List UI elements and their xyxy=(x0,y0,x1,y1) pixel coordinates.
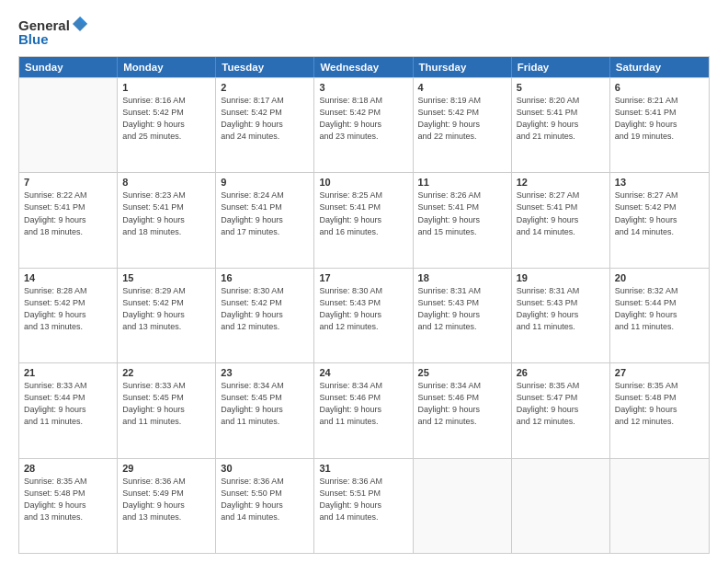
empty-cell xyxy=(512,459,610,553)
day-number: 31 xyxy=(319,463,407,474)
day-info: Sunrise: 8:31 AM Sunset: 5:43 PM Dayligh… xyxy=(517,285,605,333)
day-number: 16 xyxy=(221,272,309,283)
day-info: Sunrise: 8:36 AM Sunset: 5:49 PM Dayligh… xyxy=(122,476,210,523)
day-cell-28: 28Sunrise: 8:35 AM Sunset: 5:48 PM Dayli… xyxy=(19,459,118,553)
day-number: 3 xyxy=(319,82,407,93)
day-number: 30 xyxy=(221,463,309,474)
day-number: 27 xyxy=(615,367,704,378)
day-number: 14 xyxy=(24,272,112,283)
day-info: Sunrise: 8:31 AM Sunset: 5:43 PM Dayligh… xyxy=(418,285,506,333)
day-cell-24: 24Sunrise: 8:34 AM Sunset: 5:46 PM Dayli… xyxy=(314,363,413,457)
day-number: 2 xyxy=(221,82,309,93)
day-cell-30: 30Sunrise: 8:36 AM Sunset: 5:50 PM Dayli… xyxy=(216,459,314,553)
logo-icon xyxy=(71,15,89,33)
day-number: 15 xyxy=(122,272,210,283)
day-number: 6 xyxy=(615,82,704,93)
day-cell-6: 6Sunrise: 8:21 AM Sunset: 5:41 PM Daylig… xyxy=(610,78,709,172)
day-number: 23 xyxy=(221,367,309,378)
day-cell-21: 21Sunrise: 8:33 AM Sunset: 5:44 PM Dayli… xyxy=(19,363,118,457)
day-info: Sunrise: 8:36 AM Sunset: 5:50 PM Dayligh… xyxy=(221,476,309,523)
day-number: 7 xyxy=(24,177,112,188)
calendar: SundayMondayTuesdayWednesdayThursdayFrid… xyxy=(18,56,710,554)
day-cell-19: 19Sunrise: 8:31 AM Sunset: 5:43 PM Dayli… xyxy=(512,269,610,362)
day-number: 13 xyxy=(615,177,704,188)
day-info: Sunrise: 8:17 AM Sunset: 5:42 PM Dayligh… xyxy=(221,95,309,143)
day-info: Sunrise: 8:34 AM Sunset: 5:46 PM Dayligh… xyxy=(319,380,407,428)
week-row-2: 7Sunrise: 8:22 AM Sunset: 5:41 PM Daylig… xyxy=(19,172,709,267)
day-number: 26 xyxy=(517,367,605,378)
day-info: Sunrise: 8:30 AM Sunset: 5:43 PM Dayligh… xyxy=(319,285,407,333)
day-info: Sunrise: 8:16 AM Sunset: 5:42 PM Dayligh… xyxy=(122,95,210,143)
day-number: 17 xyxy=(319,272,407,283)
logo-blue-text: Blue xyxy=(18,31,89,47)
header: General Blue xyxy=(18,17,710,47)
day-cell-10: 10Sunrise: 8:25 AM Sunset: 5:41 PM Dayli… xyxy=(314,173,413,267)
day-cell-12: 12Sunrise: 8:27 AM Sunset: 5:41 PM Dayli… xyxy=(512,173,610,267)
day-number: 10 xyxy=(319,177,407,188)
day-info: Sunrise: 8:28 AM Sunset: 5:42 PM Dayligh… xyxy=(24,285,112,333)
day-info: Sunrise: 8:29 AM Sunset: 5:42 PM Dayligh… xyxy=(122,285,210,333)
header-cell-wednesday: Wednesday xyxy=(314,57,413,77)
day-cell-26: 26Sunrise: 8:35 AM Sunset: 5:47 PM Dayli… xyxy=(512,363,610,457)
day-info: Sunrise: 8:20 AM Sunset: 5:41 PM Dayligh… xyxy=(517,95,605,143)
day-number: 11 xyxy=(418,177,506,188)
day-info: Sunrise: 8:32 AM Sunset: 5:44 PM Dayligh… xyxy=(615,285,704,333)
header-cell-friday: Friday xyxy=(512,57,610,77)
day-cell-2: 2Sunrise: 8:17 AM Sunset: 5:42 PM Daylig… xyxy=(216,78,314,172)
day-cell-29: 29Sunrise: 8:36 AM Sunset: 5:49 PM Dayli… xyxy=(118,459,216,553)
day-cell-8: 8Sunrise: 8:23 AM Sunset: 5:41 PM Daylig… xyxy=(118,173,216,267)
day-cell-31: 31Sunrise: 8:36 AM Sunset: 5:51 PM Dayli… xyxy=(314,459,413,553)
day-number: 12 xyxy=(517,177,605,188)
day-info: Sunrise: 8:24 AM Sunset: 5:41 PM Dayligh… xyxy=(221,190,309,237)
day-cell-23: 23Sunrise: 8:34 AM Sunset: 5:45 PM Dayli… xyxy=(216,363,314,457)
day-info: Sunrise: 8:30 AM Sunset: 5:42 PM Dayligh… xyxy=(221,285,309,333)
day-cell-13: 13Sunrise: 8:27 AM Sunset: 5:42 PM Dayli… xyxy=(610,173,709,267)
week-row-1: 1Sunrise: 8:16 AM Sunset: 5:42 PM Daylig… xyxy=(19,77,709,172)
day-cell-25: 25Sunrise: 8:34 AM Sunset: 5:46 PM Dayli… xyxy=(414,363,512,457)
day-number: 25 xyxy=(418,367,506,378)
day-number: 8 xyxy=(122,177,210,188)
day-number: 21 xyxy=(24,367,112,378)
day-cell-4: 4Sunrise: 8:19 AM Sunset: 5:42 PM Daylig… xyxy=(414,78,512,172)
day-number: 9 xyxy=(221,177,309,188)
day-cell-11: 11Sunrise: 8:26 AM Sunset: 5:41 PM Dayli… xyxy=(414,173,512,267)
day-cell-17: 17Sunrise: 8:30 AM Sunset: 5:43 PM Dayli… xyxy=(314,269,413,362)
day-number: 29 xyxy=(122,463,210,474)
day-info: Sunrise: 8:22 AM Sunset: 5:41 PM Dayligh… xyxy=(24,190,112,237)
day-cell-7: 7Sunrise: 8:22 AM Sunset: 5:41 PM Daylig… xyxy=(19,173,118,267)
day-cell-27: 27Sunrise: 8:35 AM Sunset: 5:48 PM Dayli… xyxy=(610,363,709,457)
header-cell-monday: Monday xyxy=(118,57,216,77)
day-info: Sunrise: 8:27 AM Sunset: 5:42 PM Dayligh… xyxy=(615,190,704,237)
day-info: Sunrise: 8:23 AM Sunset: 5:41 PM Dayligh… xyxy=(122,190,210,237)
day-cell-14: 14Sunrise: 8:28 AM Sunset: 5:42 PM Dayli… xyxy=(19,269,118,362)
calendar-body: 1Sunrise: 8:16 AM Sunset: 5:42 PM Daylig… xyxy=(19,77,709,553)
header-cell-sunday: Sunday xyxy=(19,57,118,77)
day-info: Sunrise: 8:26 AM Sunset: 5:41 PM Dayligh… xyxy=(418,190,506,237)
day-info: Sunrise: 8:36 AM Sunset: 5:51 PM Dayligh… xyxy=(319,476,407,523)
day-cell-5: 5Sunrise: 8:20 AM Sunset: 5:41 PM Daylig… xyxy=(512,78,610,172)
day-info: Sunrise: 8:35 AM Sunset: 5:47 PM Dayligh… xyxy=(517,380,605,428)
day-cell-3: 3Sunrise: 8:18 AM Sunset: 5:42 PM Daylig… xyxy=(314,78,413,172)
day-number: 19 xyxy=(517,272,605,283)
day-cell-9: 9Sunrise: 8:24 AM Sunset: 5:41 PM Daylig… xyxy=(216,173,314,267)
day-number: 4 xyxy=(418,82,506,93)
day-cell-18: 18Sunrise: 8:31 AM Sunset: 5:43 PM Dayli… xyxy=(414,269,512,362)
day-info: Sunrise: 8:34 AM Sunset: 5:46 PM Dayligh… xyxy=(418,380,506,428)
empty-cell xyxy=(414,459,512,553)
calendar-header: SundayMondayTuesdayWednesdayThursdayFrid… xyxy=(19,57,709,77)
day-info: Sunrise: 8:19 AM Sunset: 5:42 PM Dayligh… xyxy=(418,95,506,143)
logo-general-text: General xyxy=(18,17,70,33)
day-number: 22 xyxy=(122,367,210,378)
day-number: 1 xyxy=(122,82,210,93)
day-cell-1: 1Sunrise: 8:16 AM Sunset: 5:42 PM Daylig… xyxy=(118,78,216,172)
week-row-3: 14Sunrise: 8:28 AM Sunset: 5:42 PM Dayli… xyxy=(19,268,709,362)
day-info: Sunrise: 8:33 AM Sunset: 5:45 PM Dayligh… xyxy=(122,380,210,428)
day-number: 24 xyxy=(319,367,407,378)
empty-cell xyxy=(610,459,709,553)
week-row-4: 21Sunrise: 8:33 AM Sunset: 5:44 PM Dayli… xyxy=(19,362,709,457)
day-info: Sunrise: 8:35 AM Sunset: 5:48 PM Dayligh… xyxy=(24,476,112,523)
day-info: Sunrise: 8:21 AM Sunset: 5:41 PM Dayligh… xyxy=(615,95,704,143)
day-number: 5 xyxy=(517,82,605,93)
day-cell-20: 20Sunrise: 8:32 AM Sunset: 5:44 PM Dayli… xyxy=(610,269,709,362)
day-info: Sunrise: 8:33 AM Sunset: 5:44 PM Dayligh… xyxy=(24,380,112,428)
